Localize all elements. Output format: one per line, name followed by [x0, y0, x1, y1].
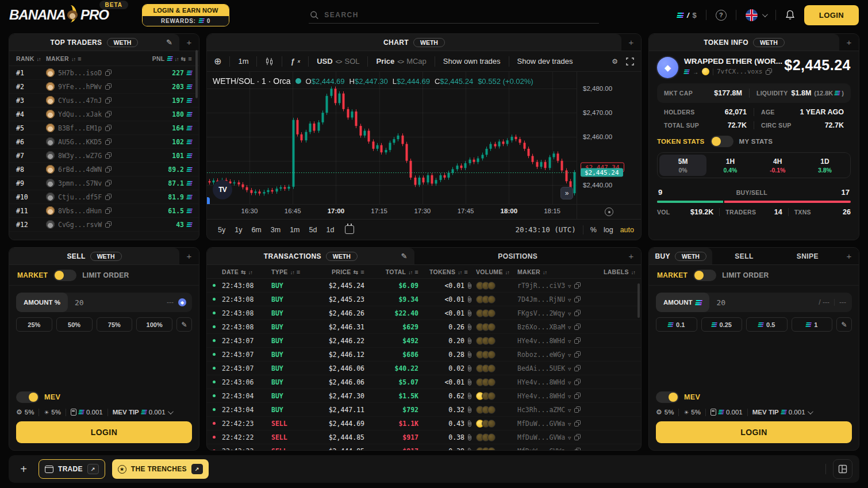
filter-maker-icon[interactable]: [568, 433, 571, 441]
timeframe-stat-cell[interactable]: 1H 0.4%: [706, 155, 754, 176]
search-input[interactable]: [324, 11, 598, 19]
copy-icon[interactable]: [105, 166, 112, 172]
preset-amount-button[interactable]: 0.1: [656, 317, 697, 332]
range-button[interactable]: 1y: [231, 224, 246, 236]
timeframe-stat-cell[interactable]: 5M 0%: [659, 155, 706, 176]
edit-icon[interactable]: ✎: [401, 252, 408, 260]
copy-icon[interactable]: [105, 221, 112, 228]
token-pill[interactable]: WETH: [326, 252, 358, 261]
range-button[interactable]: 1d: [322, 224, 338, 236]
token-info-tab[interactable]: TOKEN INFO WETH: [649, 34, 839, 51]
preset-amount-button[interactable]: 1: [792, 317, 833, 332]
add-panel-button[interactable]: +: [179, 34, 199, 51]
price-mcap-toggle[interactable]: Price<>MCap: [376, 57, 426, 66]
transaction-row[interactable]: 22:42:22 SELL $2,444.85 $917 0.38 MfDuW.…: [207, 431, 641, 444]
search-bar[interactable]: [309, 7, 599, 24]
price-column-header[interactable]: PRICE: [308, 268, 372, 275]
amount-field[interactable]: AMOUNT / --- ---: [656, 293, 852, 312]
trader-row[interactable]: #12 CvGg...rsvW 43: [9, 218, 199, 232]
preset-amount-button[interactable]: 0.5: [746, 317, 788, 332]
filter-maker-icon[interactable]: [568, 309, 571, 317]
transaction-row[interactable]: 22:43:06 BUY $2,446.06 $5.07 <0.01 HYe4v…: [207, 375, 641, 389]
trader-maker[interactable]: 8W3y...wZ7G: [46, 151, 137, 160]
copy-icon[interactable]: [105, 180, 112, 186]
transaction-row[interactable]: 22:43:07 BUY $2,446.06 $40.22 0.02 BedAi…: [207, 362, 641, 375]
add-panel-button[interactable]: +: [179, 248, 199, 264]
trader-row[interactable]: #6 AU5G...KKD5 102: [9, 135, 199, 149]
transaction-row[interactable]: 22:43:07 BUY $2,446.12 $686 0.28 Roboz..…: [207, 348, 641, 362]
trader-maker[interactable]: B3Bf...EM1p: [46, 124, 137, 132]
edit-icon[interactable]: ✎: [166, 38, 172, 47]
trader-maker[interactable]: 5H7b...isoD: [46, 68, 137, 77]
candlestick-chart[interactable]: [207, 72, 577, 204]
scrollbar[interactable]: [637, 283, 640, 318]
slippage-setting[interactable]: 5%: [16, 408, 34, 416]
buy-tab[interactable]: BUY WETH: [649, 248, 712, 264]
trade-workspace-button[interactable]: TRADE: [39, 459, 105, 479]
tx-maker[interactable]: HYe4v...8WHd: [517, 337, 604, 345]
drawer-handle[interactable]: [207, 197, 210, 204]
timeframe-stat-cell[interactable]: 1D 3.8%: [801, 155, 848, 176]
login-button[interactable]: LOGIN: [804, 5, 859, 25]
filter-maker-icon[interactable]: [568, 420, 571, 428]
mev-toggle[interactable]: [16, 391, 39, 403]
trader-row[interactable]: #9 3pmn...S7Nv 87.1: [9, 176, 199, 190]
scrollbar[interactable]: [195, 50, 198, 98]
limit-order-label[interactable]: LIMIT ORDER: [722, 271, 769, 279]
filter-maker-icon[interactable]: [568, 282, 571, 290]
trader-maker[interactable]: 3pmn...S7Nv: [46, 179, 137, 187]
sell-tab[interactable]: SELL WETH: [9, 248, 179, 264]
copy-icon[interactable]: [574, 448, 581, 450]
copy-icon[interactable]: [574, 282, 581, 289]
positions-tab[interactable]: POSITIONS: [414, 248, 622, 264]
copy-icon[interactable]: [574, 351, 581, 358]
trader-row[interactable]: #5 B3Bf...EM1p 164: [9, 121, 199, 135]
slippage-setting[interactable]: 5%: [656, 408, 674, 416]
brand-logo[interactable]: BANANA PRO BETA: [9, 5, 109, 25]
token-pill[interactable]: WETH: [90, 252, 122, 261]
amount-input[interactable]: [709, 298, 750, 307]
trader-maker[interactable]: 6rBd...4dWN: [46, 165, 137, 174]
transactions-tab[interactable]: TRANSACTIONS WETH ✎: [207, 248, 414, 264]
copy-icon[interactable]: [105, 152, 112, 159]
tx-maker[interactable]: HYe4v...8WHd: [517, 378, 604, 386]
language-selector[interactable]: [746, 9, 766, 21]
pnl-column-header[interactable]: PNL: [137, 55, 192, 62]
clock-icon[interactable]: [605, 208, 613, 216]
filter-maker-icon[interactable]: [568, 337, 571, 345]
sell-order-tab[interactable]: SELL: [712, 248, 775, 264]
priority-fee-setting[interactable]: 5%: [44, 409, 61, 416]
add-indicator-icon[interactable]: [214, 56, 221, 67]
copy-icon[interactable]: [105, 83, 112, 90]
bell-icon[interactable]: [785, 10, 795, 21]
log-scale-button[interactable]: log: [604, 226, 613, 234]
copy-icon[interactable]: [105, 208, 112, 214]
tx-maker[interactable]: 7D4Jm...RjNU: [517, 295, 604, 303]
range-button[interactable]: 5y: [214, 224, 229, 236]
filter-maker-icon[interactable]: [568, 364, 571, 372]
add-panel-button[interactable]: +: [621, 34, 641, 51]
mev-toggle[interactable]: [656, 391, 679, 403]
trader-maker[interactable]: YdQu...xJak: [46, 110, 137, 118]
add-panel-button[interactable]: +: [621, 248, 641, 264]
indicators-icon[interactable]: ƒx: [290, 57, 300, 66]
trader-row[interactable]: #11 8Vbs...dHun 61.5: [9, 204, 199, 218]
series-toggle-dot[interactable]: [295, 78, 301, 84]
labels-column-header[interactable]: LABELS: [604, 268, 642, 275]
copy-icon[interactable]: [574, 406, 581, 413]
filter-maker-icon[interactable]: [568, 378, 571, 386]
candle-style-icon[interactable]: [265, 57, 274, 66]
token-address[interactable]: 7vfCX...voxs: [717, 68, 762, 75]
tx-maker[interactable]: rT9jR...ciV3: [517, 282, 604, 290]
copy-icon[interactable]: [574, 310, 581, 316]
filter-maker-icon[interactable]: [568, 447, 571, 451]
copy-icon[interactable]: [574, 434, 581, 440]
copy-icon[interactable]: [105, 125, 112, 131]
transaction-row[interactable]: 22:43:08 BUY $2,445.23 $9.34 <0.01 7D4Jm…: [207, 293, 641, 306]
interval-button[interactable]: 1m: [238, 57, 248, 66]
mev-tip-setting[interactable]: MEV TIP0.001: [113, 409, 172, 416]
stats-toggle[interactable]: [710, 136, 733, 147]
filter-maker-icon[interactable]: [568, 323, 571, 331]
volume-column-header[interactable]: VOLUME: [476, 268, 517, 275]
trader-row[interactable]: #1 5H7b...isoD 227: [9, 66, 199, 80]
